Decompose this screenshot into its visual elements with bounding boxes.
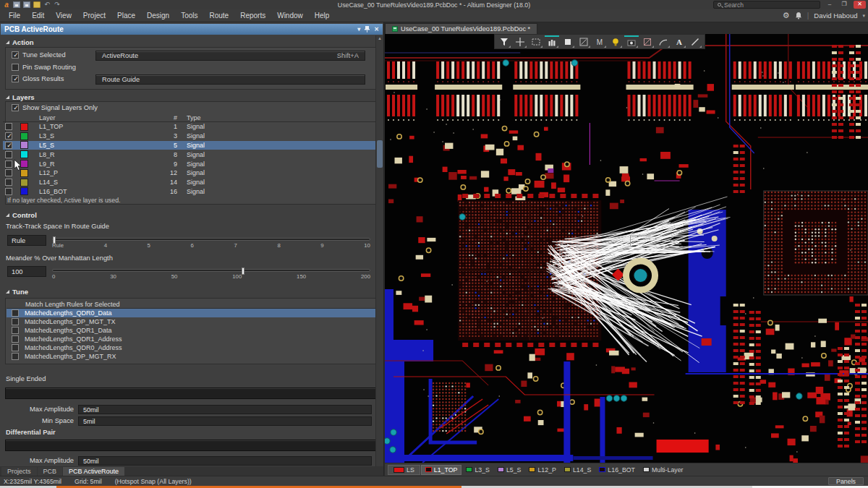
pin-swap-checkbox[interactable] xyxy=(12,64,19,71)
layer-checkbox-L8_R[interactable] xyxy=(5,151,12,158)
text-icon[interactable]: A xyxy=(672,35,686,48)
meander-slider[interactable]: 03050100150200 xyxy=(52,269,370,280)
gear-icon[interactable]: ⚙ xyxy=(783,12,790,20)
layer-color-swatch-L16_BOT[interactable] xyxy=(20,187,28,195)
layer-color-swatch-L5_S[interactable] xyxy=(20,141,28,149)
menu-item-place[interactable]: Place xyxy=(111,10,141,21)
layer-checkbox-L12_P[interactable] xyxy=(5,169,12,176)
menu-item-project[interactable]: Project xyxy=(77,10,111,21)
section-action[interactable]: Action xyxy=(6,38,34,46)
panel-tab-pcb-activeroute[interactable]: PCB ActiveRoute xyxy=(63,467,124,476)
search-input[interactable]: Search xyxy=(713,1,820,9)
minimize-button[interactable]: – xyxy=(825,1,835,9)
menu-item-tools[interactable]: Tools xyxy=(175,10,203,21)
layer-color-swatch-L3_S[interactable] xyxy=(20,132,28,140)
panel-scrollbar[interactable]: ▴ xyxy=(375,35,383,466)
section-tune[interactable]: Tune xyxy=(6,288,28,296)
measure-icon[interactable] xyxy=(576,35,591,48)
layer-tab-multi-layer[interactable]: Multi-Layer xyxy=(639,466,687,474)
layer-tab-l14-s[interactable]: L14_S xyxy=(561,466,595,474)
min-space-input[interactable]: 5mil xyxy=(78,416,372,426)
layer-tab-l1-top[interactable]: L1_TOP xyxy=(421,465,462,475)
tune-selected-checkbox[interactable] xyxy=(12,51,19,59)
layer-tab-l3-s[interactable]: L3_S xyxy=(462,466,493,474)
track-space-input[interactable]: Rule xyxy=(7,235,46,246)
save-all-icon[interactable] xyxy=(23,1,30,8)
pan-icon[interactable] xyxy=(545,35,559,48)
layer-tab-l5-s[interactable]: L5_S xyxy=(494,466,525,474)
layer-row-L8_R[interactable]: L8_R 8 Signal xyxy=(3,150,380,159)
layer-checkbox-L5_S[interactable] xyxy=(5,142,12,149)
rule-row-MatchedLengths_DP_MGT_RX[interactable]: MatchedLengths_DP_MGT_RX xyxy=(7,352,375,361)
collapsed-group-bar[interactable] xyxy=(5,388,377,399)
line-icon[interactable] xyxy=(688,35,702,48)
layer-tab-l16-bot[interactable]: L16_BOT xyxy=(595,466,639,474)
rectangle-icon[interactable] xyxy=(561,35,575,48)
layer-color-swatch-L1_TOP[interactable] xyxy=(20,123,28,131)
open-folder-icon[interactable] xyxy=(33,1,41,8)
panel-pin-icon[interactable] xyxy=(365,26,370,33)
layer-row-L1_TOP[interactable]: L1_TOP 1 Signal xyxy=(3,122,380,132)
redo-icon[interactable]: ↷ xyxy=(54,1,61,8)
layer-color-swatch-L14_S[interactable] xyxy=(20,179,28,187)
panel-header[interactable]: PCB ActiveRoute ▾ ✕ xyxy=(1,24,383,35)
menu-item-route[interactable]: Route xyxy=(204,10,235,21)
panels-button[interactable]: Panels xyxy=(828,477,864,485)
selection-icon[interactable] xyxy=(529,35,543,48)
show-signal-layers-row[interactable]: Show Signal Layers Only xyxy=(12,104,98,111)
menu-item-edit[interactable]: Edit xyxy=(26,10,50,21)
maximize-button[interactable]: ❐ xyxy=(839,1,849,9)
track-space-slider[interactable]: Rule45678910 xyxy=(52,238,370,249)
layer-tab-ls[interactable]: LS xyxy=(388,465,420,475)
collapsed-group-bar-2[interactable] xyxy=(5,440,377,451)
section-control[interactable]: Control xyxy=(6,211,37,219)
menu-item-window[interactable]: Window xyxy=(271,10,309,21)
layer-tab-l12-p[interactable]: L12_P xyxy=(525,466,559,474)
bell-icon[interactable] xyxy=(795,12,802,20)
crosshair-icon[interactable] xyxy=(513,35,527,48)
panel-tab-pcb[interactable]: PCB xyxy=(38,467,63,476)
gloss-results-checkbox-row[interactable]: Gloss Results xyxy=(12,75,64,82)
arc-icon[interactable] xyxy=(656,35,671,48)
activeroute-button[interactable]: ActiveRoute Shift+A xyxy=(95,51,365,61)
rule-checkbox[interactable] xyxy=(12,309,19,317)
panel-scrollbar-thumb[interactable] xyxy=(377,140,383,168)
panel-dropdown-icon[interactable]: ▾ xyxy=(357,26,360,33)
layer-row-L12_P[interactable]: L12_P 12 Signal xyxy=(3,168,380,178)
filter-icon[interactable] xyxy=(497,35,511,48)
dimension-icon[interactable]: M xyxy=(592,35,607,48)
rule-checkbox[interactable] xyxy=(12,318,19,325)
menu-item-file[interactable]: File xyxy=(3,10,26,21)
max-amplitude-input[interactable]: 50mil xyxy=(78,405,372,414)
rule-row-MatchedLengths_QDR0_Data[interactable]: MatchedLengths_QDR0_Data xyxy=(7,309,375,317)
document-tab[interactable]: UseCase_00 TuneRulesVideo189.PcbDoc * xyxy=(385,23,537,34)
rule-checkbox[interactable] xyxy=(12,327,19,334)
layer-row-L3_S[interactable]: L3_S 3 Signal xyxy=(3,132,380,141)
cross-probe-icon[interactable] xyxy=(640,35,655,48)
user-menu[interactable]: David Haboud xyxy=(814,12,857,20)
rule-checkbox[interactable] xyxy=(12,335,19,343)
layer-checkbox-L3_S[interactable] xyxy=(5,132,12,140)
rule-row-MatchedLengths_QDR1_Data[interactable]: MatchedLengths_QDR1_Data xyxy=(7,326,375,335)
layer-color-swatch-L8_R[interactable] xyxy=(20,150,28,158)
layer-row-L5_S[interactable]: L5_S 5 Signal xyxy=(3,141,380,150)
layer-row-L16_BOT[interactable]: L16_BOT 16 Signal xyxy=(3,187,380,197)
rule-row-MatchedLengths_QDR1_Address[interactable]: MatchedLengths_QDR1_Address xyxy=(7,335,375,343)
meander-input[interactable]: 100 xyxy=(7,266,46,277)
layer-row-L9_R[interactable]: L9_R 9 Signal xyxy=(3,159,380,168)
save-icon[interactable] xyxy=(13,1,20,8)
layer-checkbox-L1_TOP[interactable] xyxy=(5,123,12,130)
pin-swap-checkbox-row[interactable]: Pin Swap Routing xyxy=(12,64,76,71)
rule-checkbox[interactable] xyxy=(12,353,19,360)
show-signal-layers-checkbox[interactable] xyxy=(12,104,19,111)
panel-close-icon[interactable]: ✕ xyxy=(374,26,379,33)
camera-icon[interactable] xyxy=(624,35,639,48)
section-layers[interactable]: Layers xyxy=(6,93,35,101)
rule-checkbox[interactable] xyxy=(12,344,19,351)
rule-row-MatchedLengths_DP_MGT_TX[interactable]: MatchedLengths_DP_MGT_TX xyxy=(7,317,375,326)
layer-checkbox-L16_BOT[interactable] xyxy=(5,188,12,195)
menu-item-design[interactable]: Design xyxy=(141,10,175,21)
undo-icon[interactable]: ↶ xyxy=(43,1,51,8)
menu-item-help[interactable]: Help xyxy=(309,10,336,21)
menu-item-view[interactable]: View xyxy=(50,10,77,21)
